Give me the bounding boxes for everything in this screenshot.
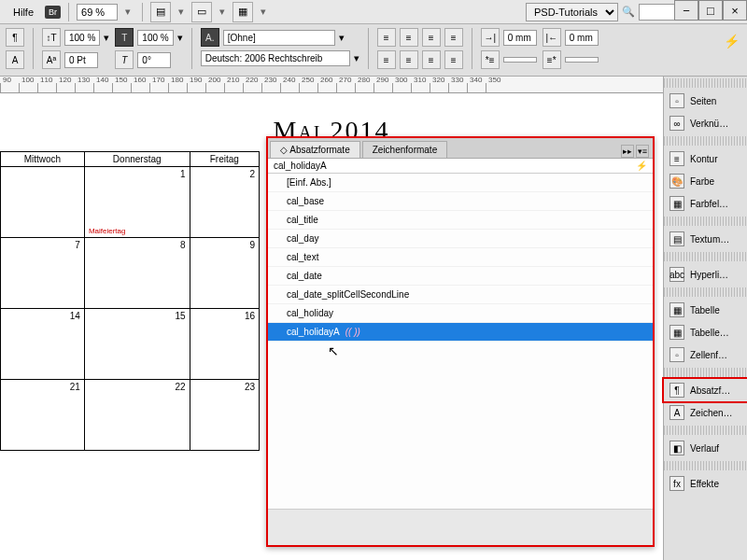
calendar-cell[interactable]: 14 — [1, 309, 85, 380]
justify-all-icon[interactable]: ≡ — [444, 50, 463, 69]
panel-item-effekte[interactable]: fxEffekte — [664, 472, 747, 495]
screen-mode-icon[interactable]: ▭ — [191, 2, 212, 22]
character-icon[interactable]: A — [6, 50, 24, 69]
panel-item-label: Farbe — [690, 176, 714, 187]
panel-item-farbfel[interactable]: ▦Farbfel… — [664, 192, 747, 215]
flash-icon[interactable]: ⚡ — [724, 34, 740, 49]
zoom-level[interactable]: 69 % — [77, 4, 118, 21]
language-select[interactable]: Deutsch: 2006 Rechtschreib — [201, 50, 350, 66]
panel-item-kontur[interactable]: ≡Kontur — [664, 147, 747, 170]
panel-item-zellenf[interactable]: ▫Zellenf… — [664, 343, 747, 366]
view-options-icon[interactable]: ▤ — [150, 2, 171, 22]
day-header: Donnerstag — [84, 152, 190, 167]
maximize-button[interactable]: □ — [698, 0, 723, 21]
baseline-input[interactable]: 0 Pt — [64, 52, 98, 68]
panel-item-hyperli[interactable]: abcHyperli… — [664, 263, 747, 286]
style-item[interactable]: cal_date_splitCellSecondLine — [268, 286, 653, 304]
panel-item-textum[interactable]: ▤Textum… — [664, 228, 747, 250]
indent-first-input[interactable] — [503, 57, 537, 63]
right-panel-dock: ▫Seiten∞Verknü…≡Kontur🎨Farbe▦Farbfel…▤Te… — [663, 77, 747, 560]
panel-item-label: Effekte — [690, 479, 719, 489]
panel-item-verlauf[interactable]: ◧Verlauf — [664, 437, 747, 459]
panel-item-icon: ▤ — [669, 231, 684, 246]
menu-help[interactable]: Hilfe — [6, 4, 41, 21]
justify-left-icon[interactable]: ≡ — [377, 50, 396, 69]
panel-item-farbe[interactable]: 🎨Farbe — [664, 170, 747, 192]
style-list[interactable]: [Einf. Abs.]cal_basecal_titlecal_daycal_… — [268, 174, 653, 510]
panel-item-icon: ▫ — [669, 347, 684, 362]
panel-item-zeichen[interactable]: AZeichen… — [664, 401, 747, 424]
justify-right-icon[interactable]: ≡ — [422, 50, 441, 69]
panel-collapse-icon[interactable]: ▸▸ — [621, 145, 634, 158]
chevron-down-icon[interactable]: ▾ — [257, 6, 270, 19]
justify-center-icon[interactable]: ≡ — [400, 50, 418, 69]
bridge-badge-icon[interactable]: Br — [45, 6, 61, 19]
align-right-icon[interactable]: ≡ — [422, 28, 441, 47]
calendar-cell[interactable]: 15 — [84, 309, 190, 380]
panel-item-icon: abc — [669, 267, 684, 282]
panel-item-icon: ∞ — [669, 116, 684, 131]
style-item[interactable]: cal_base — [268, 192, 653, 211]
style-item[interactable]: [Einf. Abs.] — [268, 174, 653, 192]
panel-item-icon: fx — [669, 476, 684, 491]
arrange-icon[interactable]: ▦ — [233, 2, 253, 22]
zoom-dropdown-icon[interactable]: ▾ — [121, 6, 134, 19]
search-icon: 🔍 — [622, 6, 635, 18]
calendar-cell[interactable] — [1, 167, 85, 238]
calendar-cell[interactable]: 1Maifeiertag — [84, 167, 190, 238]
workspace-select[interactable]: PSD-Tutorials — [526, 3, 618, 21]
panel-item-icon: ≡ — [669, 151, 684, 166]
panel-item-label: Tabelle — [690, 305, 720, 315]
indent-right-input[interactable]: 0 mm — [565, 30, 599, 46]
style-item[interactable]: cal_date — [268, 267, 653, 286]
tab-paragraph-styles[interactable]: ◇ Absatzformate — [270, 141, 360, 158]
style-item[interactable]: cal_holiday — [268, 304, 653, 323]
panel-item-icon: ¶ — [669, 383, 684, 398]
hscale-input[interactable]: 100 % — [64, 30, 100, 46]
calendar-cell[interactable]: 21 — [1, 380, 85, 451]
calendar-cell[interactable]: 22 — [84, 380, 190, 451]
calendar-cell[interactable]: 16 — [190, 309, 259, 380]
panel-item-tabelle[interactable]: ▦Tabelle… — [664, 321, 747, 343]
calendar-cell[interactable]: 9 — [190, 238, 259, 309]
minimize-button[interactable]: − — [674, 0, 698, 21]
chevron-down-icon[interactable]: ▾ — [175, 6, 188, 19]
align-justify-icon[interactable]: ≡ — [444, 28, 463, 47]
panel-item-tabelle[interactable]: ▦Tabelle — [664, 299, 747, 321]
chevron-down-icon[interactable]: ▾ — [216, 6, 229, 19]
baseline-icon: Aª — [42, 50, 61, 69]
panel-item-label: Kontur — [690, 154, 717, 164]
indent-last-input[interactable] — [565, 57, 599, 63]
panel-item-seiten[interactable]: ▫Seiten — [664, 90, 747, 112]
style-item[interactable]: cal_title — [268, 211, 653, 230]
style-item[interactable]: cal_day — [268, 230, 653, 248]
panel-item-icon: A — [669, 405, 684, 420]
style-item[interactable]: cal_holidayA(( )) — [268, 323, 653, 342]
calendar-cell[interactable]: 2 — [190, 167, 259, 238]
close-button[interactable]: × — [723, 0, 747, 21]
style-filter[interactable]: cal_holidayA⚡ — [268, 159, 653, 174]
charstyle-select[interactable]: [Ohne] — [223, 30, 335, 46]
day-header: Freitag — [190, 152, 259, 167]
calendar-cell[interactable]: 8 — [84, 238, 190, 309]
panel-menu-icon[interactable]: ▾≡ — [636, 145, 649, 158]
panel-item-label: Zellenf… — [690, 350, 727, 360]
skew-icon: T — [115, 50, 134, 69]
panel-item-verkn[interactable]: ∞Verknü… — [664, 112, 747, 134]
panel-item-icon: ▦ — [669, 302, 684, 317]
vscale-input[interactable]: 100 % — [137, 30, 173, 46]
flash-icon: ⚡ — [636, 161, 647, 171]
tab-character-styles[interactable]: Zeichenformate — [362, 141, 447, 158]
skew-input[interactable]: 0° — [137, 52, 171, 68]
menubar: Hilfe Br 69 % ▾ ▤▾ ▭▾ ▦▾ PSD-Tutorials 🔍 — [0, 0, 747, 24]
align-left-icon[interactable]: ≡ — [377, 28, 396, 47]
panel-item-absatzf[interactable]: ¶Absatzf… — [664, 379, 747, 401]
cursor-icon: ↖ — [328, 343, 339, 358]
style-item[interactable]: cal_text — [268, 248, 653, 267]
calendar-cell[interactable]: 7 — [1, 238, 85, 309]
align-center-icon[interactable]: ≡ — [400, 28, 418, 47]
paragraph-icon[interactable]: ¶ — [6, 28, 24, 47]
indent-left-input[interactable]: 0 mm — [503, 30, 537, 46]
calendar-cell[interactable]: 23 — [190, 380, 259, 451]
charstyle-icon: A. — [201, 28, 219, 47]
